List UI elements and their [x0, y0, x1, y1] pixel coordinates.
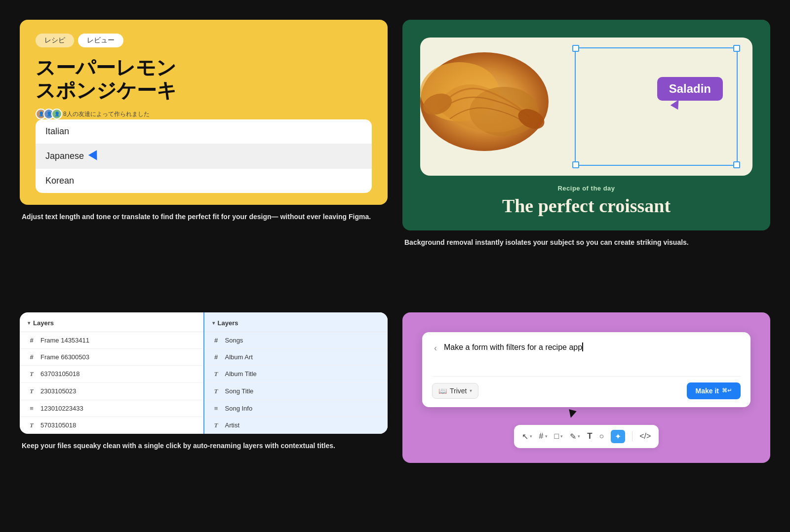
layer-item[interactable]: ≡ 123010223433: [20, 400, 203, 417]
toolbar-code[interactable]: </>: [639, 432, 651, 441]
layer-item[interactable]: # Songs: [204, 332, 388, 349]
text-icon: T: [587, 431, 592, 441]
kbd-hint: ⌘↵: [722, 387, 732, 394]
circle-icon: ○: [599, 432, 604, 441]
layer-label: Song Title: [225, 387, 254, 395]
layer-item[interactable]: T 5703105018: [20, 417, 203, 434]
prompt-spacer: [432, 361, 741, 376]
layer-item[interactable]: ≡ Song Info: [204, 400, 388, 417]
frame-icon: #: [212, 353, 220, 361]
toolbar-shape[interactable]: □ ▾: [554, 432, 563, 441]
ai-prompt-header: ‹ Make a form with filters for a recipe …: [432, 342, 741, 354]
review-tab[interactable]: レビュー: [78, 34, 123, 47]
text-icon: T: [212, 421, 220, 429]
layer-label: Songs: [225, 337, 243, 344]
layer-item[interactable]: T 63703105018: [20, 366, 203, 383]
frame-icon: #: [28, 353, 36, 361]
layer-label: 123010223433: [40, 405, 83, 412]
ai-card: ‹ Make a form with filters for a recipe …: [402, 312, 770, 463]
layer-item[interactable]: T 2303105023: [20, 383, 203, 400]
layers-header-right: ▾ Layers: [204, 312, 388, 332]
toolbar-ai[interactable]: ✦: [611, 430, 625, 443]
toolbar-circle[interactable]: ○: [599, 432, 604, 441]
layer-label: Album Art: [225, 353, 253, 361]
trivet-label: Trivet: [450, 387, 467, 395]
layer-label: 5703105018: [40, 421, 76, 429]
croissant-inner: Saladin: [420, 38, 752, 176]
list-item-korean[interactable]: Korean: [36, 169, 372, 193]
cursor-pointer-icon: [567, 409, 577, 419]
croissant-card: Saladin Recipe of the day The perfect cr…: [402, 20, 770, 230]
ai-cursor-area: [568, 410, 605, 418]
top-left-description: Adjust text length and tone or translate…: [20, 212, 388, 222]
handle-br: [733, 161, 740, 168]
list-item-italian[interactable]: Italian: [36, 119, 372, 144]
trivet-button[interactable]: 📖 Trivet ▾: [432, 383, 478, 399]
text-icon: T: [28, 370, 36, 378]
toolbar-select[interactable]: ↖ ▾: [522, 432, 532, 441]
frame-icon: #: [539, 432, 544, 441]
text-icon: T: [212, 387, 220, 395]
layer-item[interactable]: T Song Title: [204, 383, 388, 400]
chevron-down-icon: ▾: [212, 320, 215, 326]
pen-icon: ✎: [570, 432, 576, 441]
cursor-blink: [582, 342, 583, 351]
layer-label: Frame 14353411: [40, 337, 89, 344]
layer-item[interactable]: # Frame 14353411: [20, 332, 203, 349]
name-badge: Saladin: [657, 77, 723, 101]
ai-icon: ✦: [615, 432, 621, 441]
recipe-title: スーパーレモンスポンジケーキ: [36, 56, 372, 102]
handle-tl: [572, 45, 579, 52]
chevron-down-icon: ▾: [28, 320, 30, 326]
toolbar-text[interactable]: T: [587, 431, 592, 441]
layers-label-left: Layers: [33, 319, 54, 327]
chevron-down-icon: ▾: [578, 434, 580, 439]
bottom-left-card: ▾ Layers # Frame 14353411 # Frame 663005…: [20, 312, 388, 513]
recipe-list: Italian Japanese Korean: [36, 119, 372, 193]
layer-item[interactable]: # Album Art: [204, 349, 388, 366]
layers-label-right: Layers: [218, 319, 238, 327]
handle-bl: [572, 161, 579, 168]
chevron-down-icon: ▾: [470, 388, 472, 393]
layer-item[interactable]: T Album Title: [204, 366, 388, 383]
layer-label: 2303105023: [40, 387, 76, 395]
layer-label: Album Title: [225, 370, 257, 378]
top-left-card: レシピ レビュー スーパーレモンスポンジケーキ 👤 👤 👤 8人の友達によって作…: [20, 20, 388, 298]
layer-label: Artist: [225, 421, 240, 429]
toolbar-pen[interactable]: ✎ ▾: [570, 432, 580, 441]
croissant-title: The perfect croissant: [420, 195, 752, 217]
toolbar-divider: [632, 431, 632, 441]
chevron-down-icon: ▾: [530, 434, 532, 439]
toolbar-frame[interactable]: # ▾: [539, 432, 548, 441]
layers-panel: ▾ Layers # Frame 14353411 # Frame 663005…: [20, 312, 388, 434]
frame-icon: #: [28, 337, 36, 344]
recipe-tabs: レシピ レビュー: [36, 34, 372, 47]
bottom-left-description: Keep your files squeaky clean with a sin…: [20, 441, 388, 451]
make-it-label: Make it: [696, 387, 719, 395]
author-avatars: 👤 👤 👤: [36, 109, 59, 119]
ai-prompt-text: Make a form with filters for a recipe ap…: [444, 342, 741, 353]
recipe-tab[interactable]: レシピ: [36, 34, 74, 47]
ai-toolbar: ↖ ▾ # ▾ □ ▾ ✎ ▾ T ○ ✦: [514, 425, 659, 448]
shape-icon: □: [554, 432, 559, 441]
chevron-down-icon: ▾: [545, 434, 548, 439]
prompt-text-content: Make a form with filters for a recipe ap…: [444, 343, 582, 351]
layer-item[interactable]: T Artist: [204, 417, 388, 434]
croissant-subtitle: Recipe of the day: [420, 185, 752, 192]
layer-label: Song Info: [225, 405, 253, 412]
list-item-japanese[interactable]: Japanese: [36, 144, 372, 169]
top-right-card: Saladin Recipe of the day The perfect cr…: [402, 20, 770, 298]
layer-item[interactable]: # Frame 66300503: [20, 349, 203, 366]
selection-box: [575, 47, 738, 166]
layers-header-left: ▾ Layers: [20, 312, 203, 332]
layer-label: 63703105018: [40, 370, 80, 378]
bottom-right-card: ‹ Make a form with filters for a recipe …: [402, 312, 770, 513]
group-icon: ≡: [28, 405, 36, 412]
recipe-authors: 👤 👤 👤 8人の友達によって作られました: [36, 109, 372, 119]
top-right-description: Background removal instantly isolates yo…: [402, 237, 770, 248]
back-button[interactable]: ‹: [432, 342, 439, 354]
make-it-button[interactable]: Make it ⌘↵: [687, 382, 741, 399]
croissant-image: [415, 38, 553, 166]
handle-tr: [733, 45, 740, 52]
author-text: 8人の友達によって作られました: [63, 110, 150, 118]
